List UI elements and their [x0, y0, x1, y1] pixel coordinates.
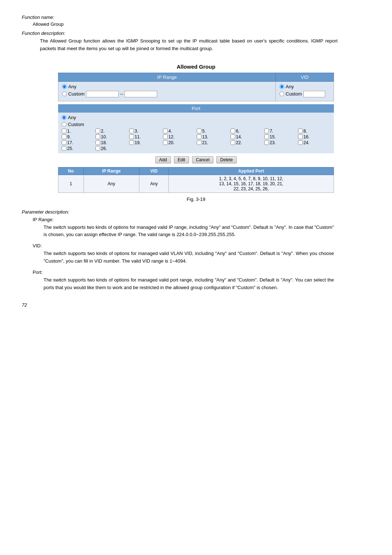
- delete-button[interactable]: Delete: [216, 156, 237, 163]
- port-3-label: 3.: [135, 129, 138, 134]
- port-21-checkbox[interactable]: [197, 140, 201, 145]
- function-name-label: Function name:: [22, 15, 370, 20]
- allowed-group-widget: Allowed Group IP Range VID Any Custom --: [58, 64, 334, 193]
- port-11-checkbox[interactable]: [129, 134, 134, 139]
- ip-custom-end-input[interactable]: [124, 91, 157, 97]
- port-22-label: 22.: [236, 140, 242, 145]
- port-26-checkbox[interactable]: [95, 146, 100, 151]
- port-10-label: 10.: [101, 134, 107, 139]
- port-15-label: 15.: [270, 134, 276, 139]
- port-item: 25.: [62, 146, 94, 151]
- port-17-checkbox[interactable]: [62, 140, 66, 145]
- port-any-radio[interactable]: [62, 115, 66, 120]
- port-22-checkbox[interactable]: [230, 140, 235, 145]
- port-2-checkbox[interactable]: [95, 129, 100, 133]
- ip-custom-row: Custom --: [62, 91, 272, 97]
- port-body: Any Custom 1.2.3.4.5.6.7.8.9.10.11.12.13…: [58, 113, 334, 153]
- port-item: 11.: [129, 134, 162, 139]
- port-5-checkbox[interactable]: [197, 129, 201, 133]
- page-number: 72: [22, 302, 370, 308]
- port-20-label: 20.: [168, 140, 175, 145]
- port-16-checkbox[interactable]: [298, 134, 303, 139]
- ip-range-dash: --: [120, 91, 123, 97]
- param-title: VID:: [33, 243, 370, 248]
- port-9-checkbox[interactable]: [62, 134, 66, 139]
- vid-body: Any Custom: [276, 81, 334, 101]
- ip-any-radio[interactable]: [62, 84, 67, 89]
- port-any-row: Any: [62, 115, 330, 120]
- port-6-checkbox[interactable]: [230, 129, 235, 133]
- port-item: 24.: [298, 140, 330, 145]
- vid-custom-label: Custom: [286, 91, 302, 97]
- port-header: Port: [58, 104, 334, 113]
- ip-any-label: Any: [68, 84, 76, 89]
- port-20-checkbox[interactable]: [163, 140, 168, 145]
- port-1-checkbox[interactable]: [62, 129, 66, 133]
- port-1-label: 1.: [67, 129, 71, 134]
- port-4-label: 4.: [168, 129, 172, 134]
- ip-custom-start-input[interactable]: [86, 91, 119, 97]
- vid-any-row: Any: [279, 84, 330, 89]
- port-23-checkbox[interactable]: [264, 140, 269, 145]
- port-4-checkbox[interactable]: [163, 129, 168, 133]
- port-17-label: 17.: [67, 140, 73, 145]
- port-12-checkbox[interactable]: [163, 134, 168, 139]
- cancel-button[interactable]: Cancel: [192, 156, 213, 163]
- port-25-checkbox[interactable]: [62, 146, 66, 151]
- result-table-header: No: [58, 167, 84, 175]
- port-12-label: 12.: [168, 134, 175, 139]
- add-button[interactable]: Add: [155, 156, 171, 163]
- result-table: NoIP RangeVIDApplied Port 1AnyAny1, 2, 3…: [58, 167, 334, 193]
- port-7-checkbox[interactable]: [264, 129, 269, 133]
- result-applied-port: 1, 2, 3, 4, 5, 6, 7, 8, 9, 10, 11, 12,13…: [168, 175, 334, 193]
- port-19-checkbox[interactable]: [129, 140, 134, 145]
- param-section: VID:The switch supports two kinds of opt…: [22, 243, 370, 265]
- vid-header: VID: [276, 73, 334, 81]
- port-item: 13.: [197, 134, 229, 139]
- port-section: Port Any Custom 1.2.3.4.5.6.7.8.9.10.11.…: [58, 104, 334, 153]
- port-15-checkbox[interactable]: [264, 134, 269, 139]
- port-item: 2.: [95, 129, 128, 134]
- port-item: 26.: [95, 146, 128, 151]
- ip-any-row: Any: [62, 84, 272, 89]
- port-item: 10.: [95, 134, 128, 139]
- fig-caption: Fig. 3-19: [22, 197, 370, 202]
- port-custom-radio[interactable]: [62, 122, 66, 127]
- port-16-label: 16.: [303, 134, 310, 139]
- vid-custom-radio[interactable]: [279, 92, 284, 96]
- ip-range-body: Any Custom --: [58, 81, 276, 101]
- port-item: 6.: [230, 129, 263, 134]
- function-desc-label: Function description:: [22, 31, 370, 36]
- param-desc-label: Parameter description:: [22, 209, 370, 215]
- port-14-checkbox[interactable]: [230, 134, 235, 139]
- port-item: 9.: [62, 134, 94, 139]
- edit-button[interactable]: Edit: [174, 156, 189, 163]
- function-name-value: Allowed Group: [33, 21, 370, 27]
- port-item: 4.: [163, 129, 195, 134]
- port-24-checkbox[interactable]: [298, 140, 303, 145]
- button-row: Add Edit Cancel Delete: [58, 156, 334, 163]
- port-8-checkbox[interactable]: [298, 129, 303, 133]
- port-6-label: 6.: [236, 129, 240, 134]
- port-9-label: 9.: [67, 134, 71, 139]
- ip-range-header: IP Range: [58, 73, 276, 81]
- ip-custom-radio[interactable]: [62, 92, 67, 96]
- vid-custom-input[interactable]: [303, 91, 325, 97]
- port-3-checkbox[interactable]: [129, 129, 134, 133]
- port-18-checkbox[interactable]: [95, 140, 100, 145]
- port-8-label: 8.: [303, 129, 307, 134]
- port-item: 20.: [163, 140, 195, 145]
- param-text: The switch supports two kinds of options…: [44, 250, 334, 265]
- port-23-label: 23.: [270, 140, 276, 145]
- port-13-checkbox[interactable]: [197, 134, 201, 139]
- param-title: IP Range:: [33, 217, 370, 222]
- port-10-checkbox[interactable]: [95, 134, 100, 139]
- port-item: 12.: [163, 134, 195, 139]
- port-custom-row: Custom: [62, 122, 330, 127]
- ip-custom-label: Custom: [68, 91, 85, 97]
- vid-any-radio[interactable]: [279, 84, 284, 89]
- allowed-group-title: Allowed Group: [58, 64, 334, 70]
- port-item: 14.: [230, 134, 263, 139]
- port-item: 16.: [298, 134, 330, 139]
- port-2-label: 2.: [101, 129, 105, 134]
